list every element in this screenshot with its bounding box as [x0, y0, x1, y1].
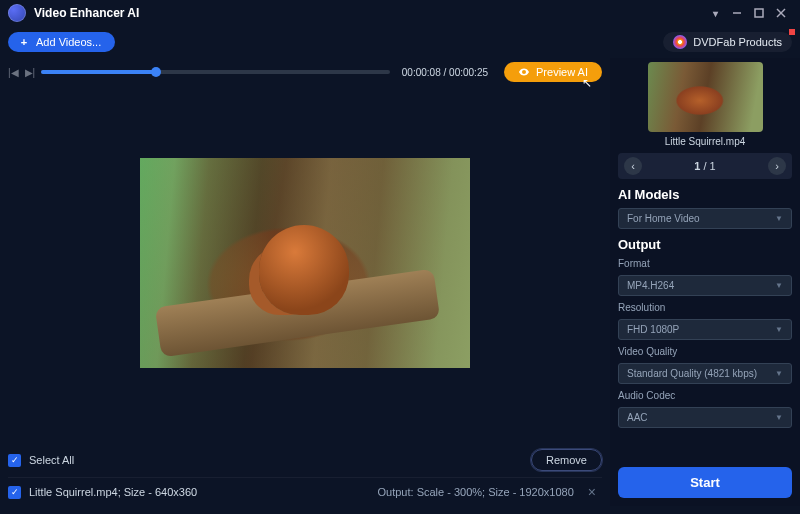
start-button[interactable]: Start: [618, 467, 792, 498]
plus-icon: +: [18, 36, 30, 48]
format-select[interactable]: MP4.H264▼: [618, 275, 792, 296]
pager-next-icon[interactable]: ›: [768, 157, 786, 175]
window-tray-icon[interactable]: ▾: [704, 4, 726, 22]
ai-model-select[interactable]: For Home Video▼: [618, 208, 792, 229]
add-videos-label: Add Videos...: [36, 36, 101, 48]
chevron-down-icon: ▼: [775, 325, 783, 334]
select-all-label: Select All: [29, 454, 74, 466]
topbar: + Add Videos... DVDFab Products: [0, 26, 800, 58]
video-quality-select[interactable]: Standard Quality (4821 kbps)▼: [618, 363, 792, 384]
next-frame-icon[interactable]: ▶|: [25, 67, 36, 78]
dvdfab-icon: [673, 35, 687, 49]
ai-models-heading: AI Models: [618, 187, 792, 202]
dvdfab-products-button[interactable]: DVDFab Products: [663, 32, 792, 52]
window-close-icon[interactable]: [770, 4, 792, 22]
list-header: ✓ Select All Remove: [8, 443, 602, 477]
resolution-label: Resolution: [618, 302, 792, 313]
app-title: Video Enhancer AI: [34, 6, 704, 20]
row-remove-icon[interactable]: ×: [582, 484, 602, 500]
svg-rect-1: [755, 9, 763, 17]
row-output: Output: Scale - 300%; Size - 1920x1080: [378, 486, 574, 498]
app-logo-icon: [8, 4, 26, 22]
video-preview: [140, 158, 470, 368]
thumbnail[interactable]: [648, 62, 763, 132]
seek-fill: [41, 70, 156, 74]
seek-slider[interactable]: [41, 70, 390, 74]
resolution-select[interactable]: FHD 1080P▼: [618, 319, 792, 340]
chevron-down-icon: ▼: [775, 413, 783, 422]
remove-button[interactable]: Remove: [531, 449, 602, 471]
dvdfab-label: DVDFab Products: [693, 36, 782, 48]
preview-ai-button[interactable]: Preview AI ↖: [504, 62, 602, 82]
chevron-down-icon: ▼: [775, 281, 783, 290]
row-checkbox[interactable]: ✓: [8, 486, 21, 499]
select-all-checkbox[interactable]: ✓: [8, 454, 21, 467]
pager-prev-icon[interactable]: ‹: [624, 157, 642, 175]
chevron-down-icon: ▼: [775, 369, 783, 378]
titlebar: Video Enhancer AI ▾: [0, 0, 800, 26]
pager: ‹ 1 / 1 ›: [618, 153, 792, 179]
prev-frame-icon[interactable]: |◀: [8, 67, 19, 78]
file-list: ✓ Select All Remove ✓ Little Squirrel.mp…: [8, 439, 602, 506]
video-quality-label: Video Quality: [618, 346, 792, 357]
notification-badge-icon: [789, 29, 795, 35]
output-heading: Output: [618, 237, 792, 252]
sidebar: Little Squirrel.mp4 ‹ 1 / 1 › AI Models …: [610, 58, 800, 506]
player-bar: |◀ ▶| 00:00:08 / 00:00:25 Preview AI ↖: [8, 58, 602, 86]
chevron-down-icon: ▼: [775, 214, 783, 223]
window-minimize-icon[interactable]: [726, 4, 748, 22]
time-display: 00:00:08 / 00:00:25: [402, 67, 488, 78]
eye-icon: [518, 66, 530, 78]
table-row[interactable]: ✓ Little Squirrel.mp4; Size - 640x360 Ou…: [8, 477, 602, 506]
thumbnail-name: Little Squirrel.mp4: [665, 136, 746, 147]
row-file: Little Squirrel.mp4; Size - 640x360: [29, 486, 370, 498]
add-videos-button[interactable]: + Add Videos...: [8, 32, 115, 52]
mouse-cursor-icon: ↖: [582, 76, 592, 90]
pager-count: 1 / 1: [642, 160, 768, 172]
audio-codec-select[interactable]: AAC▼: [618, 407, 792, 428]
preview-area: [8, 86, 602, 439]
preview-ai-label: Preview AI: [536, 66, 588, 78]
format-label: Format: [618, 258, 792, 269]
thumbnail-area: Little Squirrel.mp4: [618, 62, 792, 147]
window-maximize-icon[interactable]: [748, 4, 770, 22]
seek-thumb-icon[interactable]: [151, 67, 161, 77]
audio-codec-label: Audio Codec: [618, 390, 792, 401]
